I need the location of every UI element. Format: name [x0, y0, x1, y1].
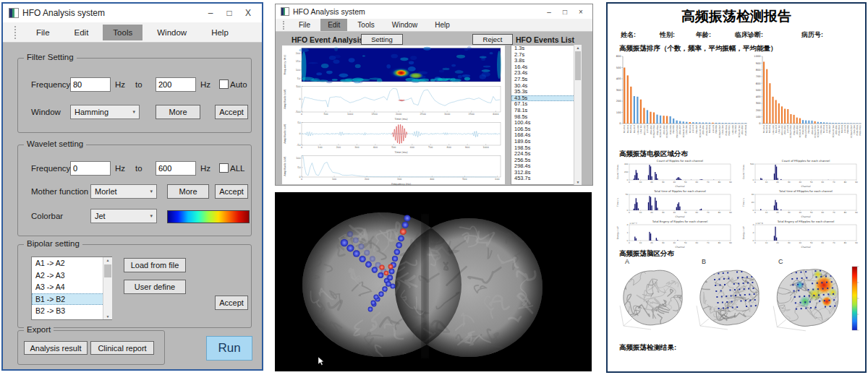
colorbar-value: Jet — [95, 212, 106, 220]
svg-text:1000: 1000 — [347, 113, 353, 116]
svg-text:700: 700 — [428, 146, 433, 149]
filter-accept-button[interactable]: Accept — [215, 105, 248, 119]
bipolar-channel-item[interactable]: B1 -> B2 — [32, 293, 111, 306]
result-label: 高频振荡检测结果: — [619, 343, 676, 353]
wavelet-freq-to-input[interactable] — [156, 161, 196, 176]
close-button[interactable]: X — [239, 8, 258, 18]
menu-help[interactable]: Help — [427, 19, 457, 31]
menu-window[interactable]: Window — [147, 25, 197, 40]
events-list-scrollbar[interactable]: ▲ ▼ — [574, 45, 582, 185]
colorbar-select[interactable]: Jet ▾ — [90, 209, 157, 223]
svg-text:LTB4-LTB2: LTB4-LTB2 — [784, 125, 786, 134]
menu-help[interactable]: Help — [201, 25, 239, 40]
svg-text:50: 50 — [297, 77, 300, 80]
svg-text:100: 100 — [318, 146, 322, 149]
app-icon — [281, 7, 289, 16]
menu-window[interactable]: Window — [385, 19, 425, 31]
svg-text:20: 20 — [776, 211, 779, 214]
svg-text:2500: 2500 — [420, 113, 425, 116]
filter-auto-checkbox[interactable] — [219, 79, 229, 89]
filter-freq-to-input[interactable] — [156, 77, 196, 92]
scroll-up-icon[interactable]: ▲ — [103, 258, 112, 262]
bipolar-channel-item[interactable]: A1 -> A2 — [32, 257, 111, 270]
filter-setting-legend: Filter Setting — [24, 53, 77, 61]
reject-button[interactable]: Reject — [472, 34, 513, 45]
mother-function-select[interactable]: Morlet ▾ — [90, 184, 157, 199]
filter-freq-from-input[interactable] — [70, 77, 111, 92]
scroll-up-icon[interactable]: ▲ — [574, 46, 582, 50]
maximize-button[interactable]: □ — [220, 8, 239, 18]
close-button[interactable]: × — [573, 8, 589, 16]
menu-tools[interactable]: Tools — [103, 25, 142, 40]
menu-tools[interactable]: Tools — [350, 19, 381, 31]
ripples-energy-chart: Total Engery of Ripples for each channel… — [613, 220, 735, 249]
bipolar-channel-item[interactable]: A2 -> A3 — [32, 270, 111, 282]
svg-text:40: 40 — [673, 181, 676, 184]
svg-text:PO4-PO5: PO4-PO5 — [808, 125, 810, 134]
menu-file[interactable]: File — [26, 25, 60, 40]
svg-text:PO10-PO5: PO10-PO5 — [802, 125, 804, 134]
svg-text:60: 60 — [822, 241, 825, 244]
analysis-result-button[interactable]: Analysis result — [24, 341, 88, 355]
wavelet-accept-button[interactable]: Accept — [215, 184, 248, 199]
wavelet-freq-from-input[interactable] — [70, 161, 111, 176]
minimize-button[interactable]: – — [201, 8, 220, 18]
brain-3d-render — [275, 192, 592, 371]
bipolar-list-scrollbar[interactable]: ▲ ▼ — [103, 257, 112, 319]
bipolar-accept-button[interactable]: Accept — [215, 296, 248, 310]
hfo-event-analysis-label: HFO Event Analysis — [292, 35, 363, 44]
menu-edit[interactable]: Edit — [320, 19, 347, 31]
wavelet-hz-label-2: Hz — [200, 164, 210, 173]
svg-text:50: 50 — [810, 211, 813, 214]
clinical-report-button[interactable]: Clinical report — [90, 341, 154, 355]
minimize-button[interactable]: – — [541, 8, 557, 16]
brain-3d-panel[interactable] — [275, 192, 592, 371]
scrollbar-thumb[interactable] — [104, 264, 111, 277]
filter-window-select[interactable]: Hamming ▾ — [70, 105, 140, 119]
user-define-button[interactable]: User define — [124, 280, 186, 294]
hfo-events-listbox[interactable]: 1.3s2.7s3.8s16.4s23.4s27.5s30.4s35.3s43.… — [511, 45, 582, 185]
svg-text:PO6-PO7: PO6-PO7 — [829, 125, 831, 134]
bipolar-setting-group: Bipolar setting A1 -> A2A2 -> A3A3 -> A4… — [17, 244, 252, 328]
load-from-file-button[interactable]: Load from file — [124, 258, 186, 272]
svg-text:PCTB2-PCTB5: PCTB2-PCTB5 — [666, 125, 668, 138]
hfo-event-item[interactable]: 453.7s — [511, 176, 581, 182]
svg-text:LH4-LH5: LH4-LH5 — [844, 125, 846, 133]
setting-button[interactable]: Setting — [361, 34, 403, 45]
bipolar-channel-list[interactable]: A1 -> A2A2 -> A3A3 -> A4B1 -> B2B2 -> B3 — [31, 257, 112, 320]
svg-text:2000: 2000 — [396, 113, 401, 116]
svg-text:0: 0 — [301, 113, 302, 116]
svg-text:LH2-LH3: LH2-LH3 — [826, 125, 828, 133]
wavelet-more-button[interactable]: More — [167, 184, 209, 199]
svg-text:Frequency (Hz): Frequency (Hz) — [284, 55, 286, 75]
svg-text:Total Engery of FRipples for e: Total Engery of FRipples for each channe… — [777, 220, 835, 223]
svg-text:PO2-PO3: PO2-PO3 — [735, 125, 737, 134]
scroll-down-icon[interactable]: ▼ — [574, 180, 582, 184]
scroll-down-icon[interactable]: ▼ — [103, 314, 112, 319]
svg-text:200: 200 — [616, 100, 622, 103]
filter-setting-group: Filter Setting Frequency Hz to Hz Auto W… — [17, 58, 252, 133]
wavelet-all-checkbox[interactable] — [219, 163, 229, 173]
svg-text:Amplitude (uV): Amplitude (uV) — [284, 156, 286, 176]
patient-age-field: 年龄: — [696, 30, 711, 40]
svg-text:70: 70 — [833, 181, 835, 184]
menu-edit[interactable]: Edit — [64, 25, 99, 40]
svg-text:600: 600 — [616, 55, 622, 58]
svg-text:100: 100 — [296, 157, 300, 160]
svg-text:LTA1-TA2: LTA1-TA2 — [778, 125, 780, 134]
svg-text:20: 20 — [650, 181, 653, 184]
scrollbar-thumb[interactable] — [575, 51, 581, 80]
maximize-button[interactable]: □ — [557, 8, 573, 16]
svg-text:20: 20 — [776, 241, 779, 244]
run-button[interactable]: Run — [206, 336, 252, 361]
bipolar-channel-item[interactable]: B2 -> B3 — [32, 305, 111, 317]
left-app-window: HFO Analysis system – □ X File Edit Tool… — [1, 2, 263, 371]
svg-text:Frequency (Hz): Frequency (Hz) — [391, 183, 412, 186]
menu-file[interactable]: File — [292, 19, 318, 31]
svg-text:50: 50 — [684, 241, 687, 244]
bipolar-channel-item[interactable]: A3 -> A4 — [32, 281, 111, 293]
svg-text:PSH13-PSH14: PSH13-PSH14 — [676, 125, 678, 138]
svg-text:PCTA8-PCTA7: PCTA8-PCTA7 — [683, 125, 685, 138]
svg-text:500: 500 — [462, 178, 467, 181]
filter-more-button[interactable]: More — [156, 105, 200, 119]
